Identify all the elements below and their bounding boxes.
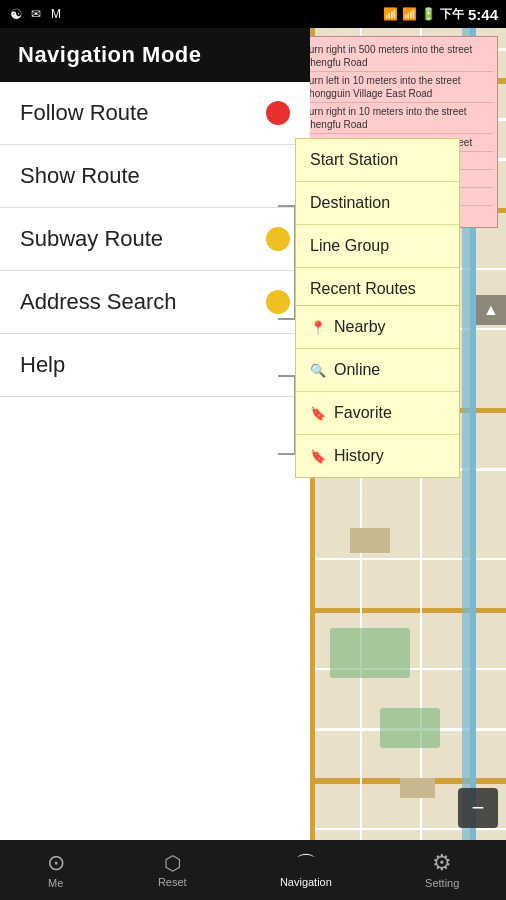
menu-item-subway-route-label: Subway Route [20,226,163,252]
menu-header: Navigation Mode [0,28,310,82]
navigation-icon: ⌒ [296,853,316,873]
submenu-destination[interactable]: Destination [296,182,459,225]
toolbar-item-navigation[interactable]: ⌒ Navigation [280,853,332,888]
gmail-icon: M [48,6,64,22]
submenu-destination-label: Destination [310,194,390,212]
nearby-icon: 📍 [310,320,326,335]
submenu-address: 📍 Nearby 🔍 Online 🔖 Favorite 🔖 History [295,305,460,478]
sim-icon: ✉ [28,6,44,22]
dot-red-indicator [266,101,290,125]
zoom-minus-button[interactable]: − [458,788,498,828]
submenu-favorite[interactable]: 🔖 Favorite [296,392,459,435]
menu-item-follow-route-label: Follow Route [20,100,148,126]
signal-icon-1: 📶 [383,7,398,21]
submenu-nearby-label: Nearby [334,318,386,336]
submenu-start-station-label: Start Station [310,151,398,169]
toolbar-label-navigation: Navigation [280,876,332,888]
favorite-icon: 🔖 [310,406,326,421]
connector-address [278,375,296,455]
setting-icon: ⚙ [432,852,452,874]
menu-item-help-label: Help [20,352,65,378]
zoom-minus-icon: − [472,795,485,821]
scroll-up-button[interactable]: ▲ [476,295,506,325]
submenu-start-station[interactable]: Start Station [296,139,459,182]
wifi-icon: ☯ [8,6,24,22]
toolbar-item-me[interactable]: ⊙ Me [47,852,65,889]
status-bar: ☯ ✉ M 📶 📶 🔋 下午 5:44 [0,0,506,28]
toolbar-item-reset[interactable]: ⬡ Reset [158,853,187,888]
connector-route [278,205,296,320]
menu-item-subway-route[interactable]: Subway Route [0,208,310,271]
submenu-line-group[interactable]: Line Group [296,225,459,268]
signal-icon-2: 📶 [402,7,417,21]
menu-item-show-route-label: Show Route [20,163,140,189]
submenu-favorite-label: Favorite [334,404,392,422]
submenu-line-group-label: Line Group [310,237,389,255]
me-icon: ⊙ [47,852,65,874]
menu-item-help[interactable]: Help [0,334,310,397]
submenu-recent-routes-label: Recent Routes [310,280,416,298]
online-icon: 🔍 [310,363,326,378]
toolbar-label-setting: Setting [425,877,459,889]
battery-icon: 🔋 [421,7,436,21]
menu-item-follow-route[interactable]: Follow Route [0,82,310,145]
toolbar-label-me: Me [48,877,63,889]
toolbar-label-reset: Reset [158,876,187,888]
submenu-history[interactable]: 🔖 History [296,435,459,477]
reset-icon: ⬡ [164,853,181,873]
submenu-online[interactable]: 🔍 Online [296,349,459,392]
nav-instruction-3: Turn right in 10 meters into the street … [303,103,493,134]
menu-item-address-search-label: Address Search [20,289,177,315]
nav-instruction-1: Turn right in 500 meters into the street… [303,41,493,72]
menu-overlay: Navigation Mode Follow Route Show Route … [0,28,310,840]
status-icons-left: ☯ ✉ M [8,6,64,22]
clock: 5:44 [468,6,498,23]
status-right: 📶 📶 🔋 下午 5:44 [383,6,498,23]
submenu-nearby[interactable]: 📍 Nearby [296,306,459,349]
nav-instruction-2: Turn left in 10 meters into the street Z… [303,72,493,103]
toolbar-item-setting[interactable]: ⚙ Setting [425,852,459,889]
bottom-toolbar: ⊙ Me ⬡ Reset ⌒ Navigation ⚙ Setting [0,840,506,900]
submenu-history-label: History [334,447,384,465]
menu-item-address-search[interactable]: Address Search [0,271,310,334]
time-suffix: 下午 [440,6,464,23]
submenu-online-label: Online [334,361,380,379]
history-icon: 🔖 [310,449,326,464]
menu-item-show-route[interactable]: Show Route [0,145,310,208]
